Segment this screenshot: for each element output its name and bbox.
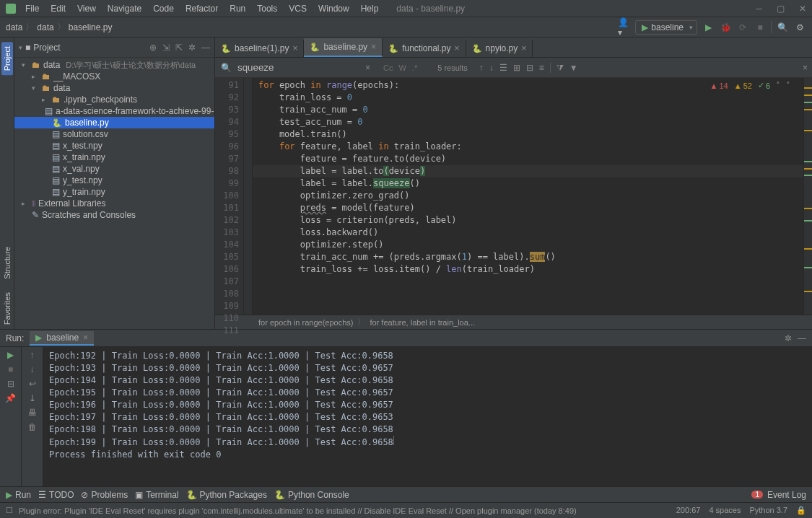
menu-item[interactable]: Help bbox=[356, 2, 384, 15]
breadcrumb-item[interactable]: data bbox=[6, 22, 22, 32]
sidebar-tab-structure[interactable]: Structure bbox=[1, 242, 13, 284]
console-output[interactable]: Epoch:192 | Train Loss:0.0000 | Train Ac… bbox=[43, 347, 812, 486]
search-input[interactable] bbox=[237, 62, 359, 73]
menu-item[interactable]: Window bbox=[313, 2, 354, 15]
tool-todo[interactable]: ☰ TODO bbox=[38, 490, 74, 500]
error-stripe[interactable] bbox=[803, 78, 812, 315]
tree-item[interactable]: ▤y_test.npy bbox=[14, 175, 214, 186]
minimize-icon[interactable]: ─ bbox=[756, 4, 762, 14]
status-message[interactable]: Plugin error: Plugin 'IDE Eval Reset' re… bbox=[19, 506, 577, 515]
tree-item[interactable]: ▾🖿data bbox=[14, 82, 214, 94]
prev-match-icon[interactable]: ↑ bbox=[479, 63, 484, 73]
ide-settings-icon[interactable]: ⚙ bbox=[793, 21, 806, 34]
hide-icon[interactable]: — bbox=[201, 43, 210, 53]
select-occurrences-icon[interactable]: ≡ bbox=[539, 63, 544, 73]
next-match-icon[interactable]: ↓ bbox=[489, 63, 494, 73]
menu-item[interactable]: Refactor bbox=[180, 2, 223, 15]
tool-run[interactable]: ▶Run bbox=[6, 490, 31, 500]
sidebar-tab-favorites[interactable]: Favorites bbox=[1, 288, 13, 329]
tree-item[interactable]: ▸⫴External Libraries bbox=[14, 198, 214, 209]
collapse-all-icon[interactable]: ⇱ bbox=[175, 43, 183, 53]
coverage-icon[interactable]: ⟳ bbox=[736, 21, 749, 34]
menu-item[interactable]: Code bbox=[148, 2, 179, 15]
filter-icon[interactable]: ⧩ bbox=[556, 63, 564, 73]
print-icon[interactable]: 🖶 bbox=[28, 408, 37, 418]
run-config-selector[interactable]: ▶ baseline bbox=[635, 20, 697, 35]
menu-item[interactable]: File bbox=[20, 2, 44, 15]
layout-icon[interactable]: ⊟ bbox=[7, 379, 14, 389]
tree-item[interactable]: ▾🖿dataD:\学习\硕士\硕士论文\数据分析\data bbox=[14, 59, 214, 71]
tree-item[interactable]: ▤solution.csv bbox=[14, 128, 214, 140]
stop-button[interactable]: ■ bbox=[754, 21, 767, 34]
down-stack-icon[interactable]: ↓ bbox=[30, 364, 35, 374]
settings-icon[interactable]: ✲ bbox=[188, 43, 196, 53]
clear-icon[interactable]: 🗑 bbox=[28, 422, 37, 432]
tree-item[interactable]: ▤y_train.npy bbox=[14, 186, 214, 198]
add-selection-icon[interactable]: ⊞ bbox=[513, 63, 520, 73]
tree-item[interactable]: ▸🖿__MACOSX bbox=[14, 71, 214, 82]
project-view-mode[interactable]: ■ Project bbox=[19, 43, 61, 53]
close-run-tab[interactable]: × bbox=[83, 333, 88, 343]
words-toggle[interactable]: W bbox=[398, 63, 406, 72]
run-button[interactable]: ▶ bbox=[702, 21, 715, 34]
debug-button[interactable]: 🐞 bbox=[719, 21, 732, 34]
tool-terminal[interactable]: ▣ Terminal bbox=[135, 490, 178, 500]
tree-item[interactable]: ▤x_val.npy bbox=[14, 163, 214, 175]
tool-py-packages[interactable]: 🐍 Python Packages bbox=[186, 490, 267, 500]
next-highlight-icon[interactable]: ˅ bbox=[786, 81, 790, 90]
search-everywhere-icon[interactable]: 🔍 bbox=[776, 21, 789, 34]
indent-indicator[interactable]: 4 spaces bbox=[709, 506, 741, 515]
close-find-bar[interactable]: × bbox=[803, 63, 808, 73]
regex-toggle[interactable]: .* bbox=[412, 63, 417, 72]
expand-all-icon[interactable]: ⇲ bbox=[162, 43, 170, 53]
scroll-end-icon[interactable]: ⤓ bbox=[29, 393, 36, 403]
close-icon[interactable]: ✕ bbox=[799, 4, 806, 14]
prev-highlight-icon[interactable]: ˄ bbox=[776, 81, 780, 90]
breadcrumb-item[interactable]: baseline.py bbox=[69, 22, 113, 32]
lock-icon[interactable]: 🔒 bbox=[796, 506, 806, 515]
menu-item[interactable]: VCS bbox=[284, 2, 312, 15]
remove-selection-icon[interactable]: ⊟ bbox=[526, 63, 533, 73]
project-tree[interactable]: ▾🖿dataD:\学习\硕士\硕士论文\数据分析\data▸🖿__MACOSX▾… bbox=[14, 58, 214, 329]
python-interpreter[interactable]: Python 3.7 bbox=[749, 506, 787, 515]
inspection-widget[interactable]: ▲14 ▲52 ✓6 ˄ ˅ bbox=[710, 81, 790, 90]
close-tab-icon[interactable]: × bbox=[455, 43, 460, 53]
up-stack-icon[interactable]: ↑ bbox=[30, 350, 35, 360]
editor-tab[interactable]: 🐍functional.py× bbox=[383, 40, 466, 57]
close-tab-icon[interactable]: × bbox=[292, 43, 297, 53]
editor-tab[interactable]: 🐍npyio.py× bbox=[466, 40, 533, 57]
tool-py-console[interactable]: 🐍 Python Console bbox=[274, 490, 349, 500]
menu-item[interactable]: Run bbox=[224, 2, 250, 15]
tool-problems[interactable]: ⊘ Problems bbox=[81, 490, 128, 500]
line-col-indicator[interactable]: 200:67 bbox=[676, 506, 701, 515]
tool-window-toggle-icon[interactable]: ☐ bbox=[6, 506, 13, 515]
code-editor[interactable]: 9192939495969798991001011021031041051061… bbox=[215, 78, 812, 315]
hide-run-icon[interactable]: — bbox=[798, 333, 806, 343]
tree-item[interactable]: ▤x_train.npy bbox=[14, 152, 214, 163]
close-tab-icon[interactable]: × bbox=[371, 42, 376, 52]
editor-tab[interactable]: 🐍baseline(1).py× bbox=[215, 40, 304, 57]
editor-tab[interactable]: 🐍baseline.py× bbox=[304, 38, 383, 57]
close-tab-icon[interactable]: × bbox=[521, 43, 526, 53]
editor-breadcrumb[interactable]: for epoch in range(epochs) 〉 for feature… bbox=[215, 315, 812, 329]
pin-icon[interactable]: 📌 bbox=[5, 393, 16, 403]
tree-item[interactable]: ✎Scratches and Consoles bbox=[14, 209, 214, 221]
tree-item[interactable]: ▸🖿.ipynb_checkpoints bbox=[14, 94, 214, 105]
tree-item[interactable]: 🐍baseline.py bbox=[14, 117, 214, 128]
tree-item[interactable]: ▤x_test.npy bbox=[14, 140, 214, 152]
match-case-toggle[interactable]: Cc bbox=[383, 63, 393, 72]
event-log[interactable]: Event Log bbox=[767, 490, 806, 500]
rerun-icon[interactable]: ▶ bbox=[7, 350, 14, 360]
locate-icon[interactable]: ⊕ bbox=[149, 43, 157, 53]
soft-wrap-icon[interactable]: ↩ bbox=[29, 379, 36, 389]
tree-item[interactable]: ▤a-data-science-framework-to-achieve-99-… bbox=[14, 105, 214, 117]
fold-gutter[interactable] bbox=[244, 78, 253, 315]
run-tab[interactable]: ▶ baseline × bbox=[30, 331, 94, 346]
menu-item[interactable]: Edit bbox=[45, 2, 71, 15]
menu-item[interactable]: Navigate bbox=[102, 2, 147, 15]
select-all-icon[interactable]: ☰ bbox=[499, 63, 507, 73]
clear-search-icon[interactable]: × bbox=[365, 63, 370, 73]
menu-item[interactable]: View bbox=[72, 2, 101, 15]
menu-item[interactable]: Tools bbox=[252, 2, 282, 15]
maximize-icon[interactable]: ▢ bbox=[777, 4, 785, 14]
